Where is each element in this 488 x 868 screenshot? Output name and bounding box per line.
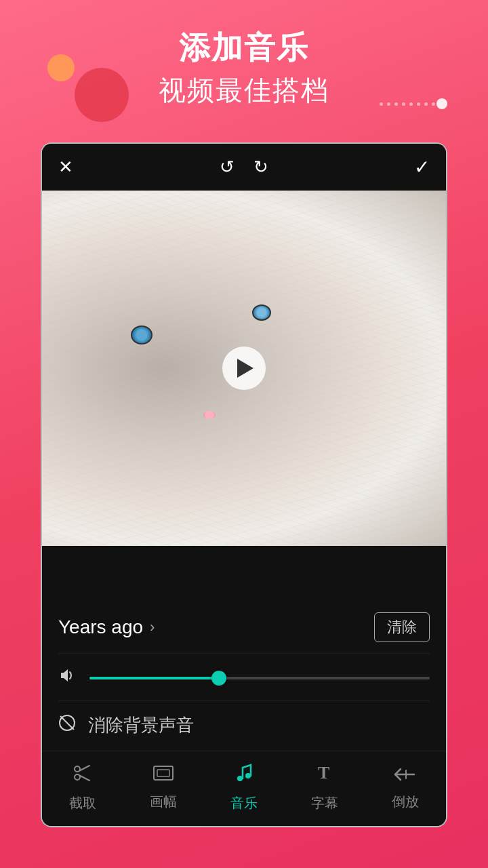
header-line2: 视频最佳搭档: [0, 72, 488, 109]
controls-area: Years ago › 清除: [42, 600, 446, 751]
header-line1: 添加音乐: [0, 27, 488, 69]
tab-music-label: 音乐: [230, 794, 258, 812]
redo-button[interactable]: ↻: [253, 157, 268, 178]
video-spacer: [42, 546, 446, 600]
confirm-button[interactable]: ✓: [414, 156, 430, 178]
cat-eye-right: [252, 304, 271, 321]
tab-reverse[interactable]: 倒放: [378, 764, 432, 811]
tab-subtitle[interactable]: T 字幕: [298, 762, 352, 812]
subtitle-icon: T: [315, 762, 334, 789]
play-triangle-icon: [237, 359, 253, 378]
music-icon: [233, 762, 255, 789]
svg-line-1: [60, 716, 74, 730]
main-card: ✕ ↺ ↻ ✓ Years ago › 清除: [41, 142, 447, 827]
tab-frame-label: 画幅: [150, 793, 177, 811]
cat-eye-left: [131, 326, 152, 344]
volume-thumb[interactable]: [211, 671, 226, 686]
toolbar-left-group: ✕: [58, 157, 73, 178]
close-button[interactable]: ✕: [58, 157, 73, 178]
svg-line-5: [79, 776, 89, 781]
music-title-text: Years ago: [58, 616, 143, 638]
volume-slider[interactable]: [89, 677, 430, 679]
tab-subtitle-label: 字幕: [311, 794, 338, 812]
tab-cut-label: 截取: [69, 794, 96, 812]
mute-icon: [58, 714, 76, 736]
svg-rect-6: [154, 766, 173, 780]
bottom-tab-bar: 截取 画幅 音乐 T: [42, 751, 446, 826]
scissors-icon: [72, 762, 94, 789]
mute-label: 消除背景声音: [88, 713, 194, 737]
svg-line-4: [79, 766, 89, 771]
tab-frame[interactable]: 画幅: [136, 764, 190, 811]
chevron-right-icon: ›: [150, 618, 155, 636]
music-title-group[interactable]: Years ago ›: [58, 616, 161, 638]
svg-text:T: T: [318, 763, 329, 783]
reverse-icon: [394, 764, 417, 787]
header: 添加音乐 视频最佳搭档: [0, 27, 488, 109]
svg-rect-7: [157, 770, 169, 776]
volume-fill: [89, 677, 219, 679]
mute-bg-row[interactable]: 消除背景声音: [58, 701, 430, 751]
tab-reverse-label: 倒放: [392, 793, 419, 811]
clear-button[interactable]: 清除: [374, 612, 430, 642]
video-preview[interactable]: [42, 191, 446, 546]
undo-button[interactable]: ↺: [220, 157, 235, 178]
music-row: Years ago › 清除: [58, 600, 430, 654]
tab-music[interactable]: 音乐: [217, 762, 271, 812]
frame-icon: [152, 764, 174, 787]
tab-cut[interactable]: 截取: [56, 762, 110, 812]
volume-icon: [58, 667, 77, 688]
play-button[interactable]: [222, 347, 266, 390]
volume-row: [58, 654, 430, 701]
top-toolbar: ✕ ↺ ↻ ✓: [42, 144, 446, 191]
